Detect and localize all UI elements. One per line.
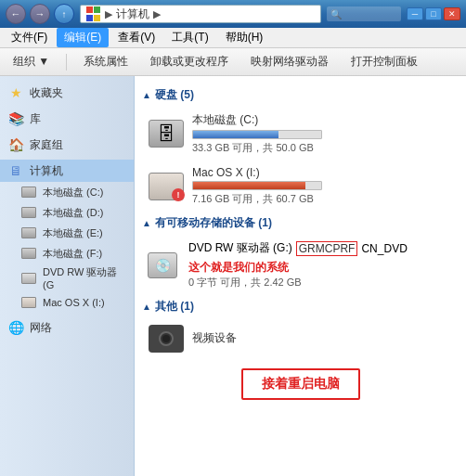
section-arrow-removable: ▲ xyxy=(142,218,151,228)
toolbar: 组织 ▼ 系统属性 卸载或更改程序 映射网络驱动器 打开控制面板 xyxy=(0,48,466,76)
drive-mac-bar xyxy=(193,182,305,189)
drive-c-large-icon: 🗄 xyxy=(148,119,185,148)
nav-buttons: ← → ↑ xyxy=(6,4,74,24)
webcam-icon xyxy=(148,324,185,354)
video-device-item[interactable]: 视频设备 xyxy=(142,320,459,357)
back-button[interactable]: ← xyxy=(6,4,26,24)
library-icon: 📚 xyxy=(7,110,24,127)
drive-c-name: 本地磁盘 (C:) xyxy=(192,112,431,128)
menu-tools[interactable]: 工具(T) xyxy=(164,28,215,47)
menu-edit[interactable]: 编辑(E) xyxy=(57,28,109,47)
menu-help[interactable]: 帮助(H) xyxy=(218,28,271,47)
sidebar-library-label: 库 xyxy=(30,111,41,127)
sidebar-drives: 本地磁盘 (C:) 本地磁盘 (D:) 本地磁盘 (E:) 本地磁盘 (F:) … xyxy=(15,182,134,313)
sidebar-computer-section: 🖥 计算机 本地磁盘 (C:) 本地磁盘 (D:) 本地磁盘 (E:) xyxy=(0,160,134,313)
drive-c-icon xyxy=(20,184,37,200)
drive-mac-item[interactable]: ! Mac OS X (I:) 7.16 GB 可用，共 60.7 GB xyxy=(142,162,459,210)
dvd-annotated-label: GRMCPRF xyxy=(296,241,358,256)
menu-view[interactable]: 查看(V) xyxy=(110,28,162,47)
sidebar-item-computer[interactable]: 🖥 计算机 xyxy=(0,160,134,182)
search-bar[interactable]: 🔍 xyxy=(327,6,401,21)
drive-c-bar-container xyxy=(192,130,322,139)
dvd-drive-item[interactable]: 💿 DVD RW 驱动器 (G:) GRMCPRF CN_DVD 这个就是我们的… xyxy=(142,237,459,293)
mac-drive-icon xyxy=(20,294,37,311)
drive-e-icon xyxy=(20,225,37,241)
sidebar-library-section: 📚 库 xyxy=(0,108,134,130)
sidebar-favorites-section: ★ 收藏夹 xyxy=(0,82,134,104)
dvd-size: 0 字节 可用，共 2.42 GB xyxy=(188,276,453,289)
organize-button[interactable]: 组织 ▼ xyxy=(7,52,55,71)
star-icon: ★ xyxy=(7,84,24,101)
section-arrow-hdd: ▲ xyxy=(142,90,151,100)
sidebar-mac-label: Mac OS X (I:) xyxy=(43,297,105,308)
dvd-icon-group: 💿 xyxy=(148,252,177,278)
maximize-button[interactable]: □ xyxy=(425,7,442,20)
main-layout: ★ 收藏夹 📚 库 🏠 家庭组 🖥 计算机 本地磁 xyxy=(0,76,466,476)
removable-header[interactable]: ▲ 有可移动存储的设备 (1) xyxy=(142,215,459,231)
hdd-icon-c: 🗄 xyxy=(157,123,175,145)
map-drive-button[interactable]: 映射网络驱动器 xyxy=(245,52,334,71)
forward-button[interactable]: → xyxy=(30,4,50,24)
sidebar-drive-d[interactable]: 本地磁盘 (D:) xyxy=(15,202,134,223)
dvd-annotation-text: 这个就是我们的系统 xyxy=(188,260,289,276)
drive-f-icon xyxy=(20,245,37,262)
network-icon: 🌐 xyxy=(7,319,24,336)
sidebar-computer-label: 计算机 xyxy=(30,163,63,179)
sidebar-favorites-label: 收藏夹 xyxy=(30,85,63,101)
dvd-drive-name: DVD RW 驱动器 (G:) xyxy=(188,240,292,256)
sidebar-drive-d-label: 本地磁盘 (D:) xyxy=(43,206,103,220)
dvd-drive-icon xyxy=(20,270,37,287)
control-panel-button[interactable]: 打开控制面板 xyxy=(345,52,423,71)
sidebar-homegroup-section: 🏠 家庭组 xyxy=(0,134,134,156)
removable-label: 有可移动存储的设备 (1) xyxy=(155,215,272,231)
drive-mac-info: Mac OS X (I:) 7.16 GB 可用，共 60.7 GB xyxy=(192,166,431,206)
breadcrumb-text: 计算机 xyxy=(116,6,149,22)
dvd-drive-icon-large: 💿 xyxy=(148,252,177,278)
drive-mac-large-icon: ! xyxy=(148,172,185,201)
title-bar: ← → ↑ ▶ 计算机 ▶ 🔍 ─ □ ✕ xyxy=(0,0,466,28)
drive-d-icon xyxy=(20,204,37,221)
sidebar-network-label: 网络 xyxy=(30,320,52,336)
up-button[interactable]: ↑ xyxy=(54,4,74,24)
window-controls: ─ □ ✕ xyxy=(407,7,460,20)
sidebar-network-section: 🌐 网络 xyxy=(0,316,134,339)
windows-logo-icon xyxy=(86,6,101,21)
sidebar-item-homegroup[interactable]: 🏠 家庭组 xyxy=(0,134,134,156)
uninstall-button[interactable]: 卸载或更改程序 xyxy=(145,52,234,71)
sidebar-dvd-drive[interactable]: DVD RW 驱动器 (G xyxy=(15,264,134,292)
sidebar-drive-c[interactable]: 本地磁盘 (C:) xyxy=(15,182,134,202)
toolbar-separator xyxy=(66,54,67,71)
minimize-button[interactable]: ─ xyxy=(407,7,423,20)
sidebar-item-network[interactable]: 🌐 网络 xyxy=(0,316,134,339)
sidebar-dvd-label: DVD RW 驱动器 (G xyxy=(43,265,128,290)
hard-drives-header[interactable]: ▲ 硬盘 (5) xyxy=(142,87,459,103)
other-header[interactable]: ▲ 其他 (1) xyxy=(142,299,459,315)
drive-c-info: 本地磁盘 (C:) 33.3 GB 可用，共 50.0 GB xyxy=(192,112,431,155)
other-label: 其他 (1) xyxy=(155,299,194,315)
sidebar: ★ 收藏夹 📚 库 🏠 家庭组 🖥 计算机 本地磁 xyxy=(0,76,135,476)
sidebar-drive-c-label: 本地磁盘 (C:) xyxy=(43,186,103,199)
hard-drives-label: 硬盘 (5) xyxy=(155,87,194,103)
sidebar-homegroup-label: 家庭组 xyxy=(30,137,63,153)
sidebar-drive-mac[interactable]: Mac OS X (I:) xyxy=(15,292,134,313)
menu-file[interactable]: 文件(F) xyxy=(4,28,55,47)
close-button[interactable]: ✕ xyxy=(444,7,460,20)
restart-area: 接着重启电脑 xyxy=(142,361,459,407)
drive-mac-bar-container xyxy=(192,181,322,190)
drive-c-size: 33.3 GB 可用，共 50.0 GB xyxy=(192,141,431,155)
breadcrumb[interactable]: ▶ 计算机 ▶ xyxy=(80,5,321,23)
sys-props-button[interactable]: 系统属性 xyxy=(78,52,134,71)
drive-c-item[interactable]: 🗄 本地磁盘 (C:) 33.3 GB 可用，共 50.0 GB xyxy=(142,109,459,159)
section-arrow-other: ▲ xyxy=(142,302,151,312)
search-icon: 🔍 xyxy=(330,9,342,19)
sidebar-drive-f[interactable]: 本地磁盘 (F:) xyxy=(15,243,134,264)
sidebar-drive-e-label: 本地磁盘 (E:) xyxy=(43,226,103,240)
video-device-info: 视频设备 xyxy=(192,330,453,348)
homegroup-icon: 🏠 xyxy=(7,136,24,153)
sidebar-drive-e[interactable]: 本地磁盘 (E:) xyxy=(15,223,134,243)
sidebar-item-favorites[interactable]: ★ 收藏夹 xyxy=(0,82,134,104)
dvd-suffix: CN_DVD xyxy=(361,242,407,255)
drive-mac-size: 7.16 GB 可用，共 60.7 GB xyxy=(192,192,431,206)
sidebar-item-library[interactable]: 📚 库 xyxy=(0,108,134,130)
restart-button[interactable]: 接着重启电脑 xyxy=(241,368,360,400)
